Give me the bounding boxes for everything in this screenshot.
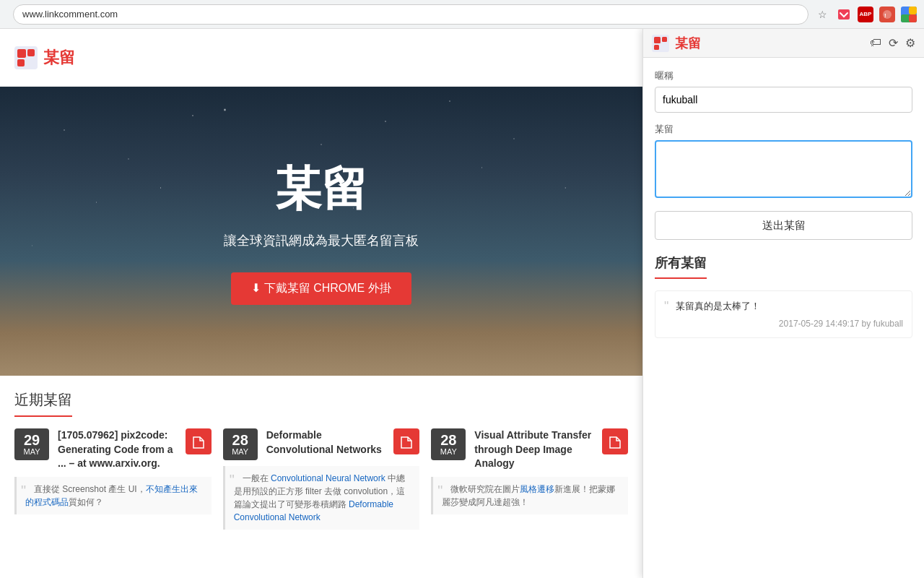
bookmark-star-icon[interactable]: ☆ xyxy=(814,7,830,22)
svg-rect-14 xyxy=(662,37,667,42)
svg-text:!: ! xyxy=(884,12,886,19)
maps-icon[interactable] xyxy=(901,7,917,22)
address-bar[interactable]: www.linkcomment.com xyxy=(13,4,808,25)
logo-icon xyxy=(14,46,38,69)
refresh-icon[interactable]: ⟳ xyxy=(889,36,898,50)
pdf-icon-3[interactable] xyxy=(602,428,628,454)
article-card-1: 29 MAY [1705.07962] pix2code: Generating… xyxy=(14,428,212,530)
nickname-label: 暱稱 xyxy=(655,69,912,82)
pdf-icon-1[interactable] xyxy=(186,428,212,454)
tag-icon[interactable]: 🏷 xyxy=(870,36,881,50)
svg-rect-9 xyxy=(27,49,35,56)
date-day-3: 28 xyxy=(437,433,460,447)
svg-rect-15 xyxy=(654,45,659,50)
article-card-2: 28 MAY Deformable Convolutional Networks xyxy=(223,428,420,530)
date-day-2: 28 xyxy=(229,433,252,447)
date-day-1: 29 xyxy=(20,433,43,447)
excerpt-link-1[interactable]: 不知產生出來的程式碼品 xyxy=(25,484,198,507)
nickname-input[interactable] xyxy=(655,87,912,113)
hero-title: 某留 xyxy=(275,158,367,220)
excerpt-link-3[interactable]: 風格遷移 xyxy=(520,484,554,494)
article-excerpt-1: 直接從 Screenshot 產生 UI，不知產生出來的程式碼品質如何？ xyxy=(14,477,212,514)
popup-logo-icon xyxy=(652,35,669,52)
excerpt-text-2: 一般在 Convolutional Neural Network 中總是用預設的… xyxy=(234,473,405,522)
adblock-icon[interactable]: ABP xyxy=(858,7,873,22)
articles-grid: 29 MAY [1705.07962] pix2code: Generating… xyxy=(14,428,628,530)
comment-card-1: 某留真的是太棒了！ 2017-05-29 14:49:17 by fukubal… xyxy=(655,290,912,338)
popup-body: 暱稱 某留 送出某留 所有某留 某留真的是太棒了！ 2017-05-29 14:… xyxy=(643,58,924,578)
browser-chrome: www.linkcomment.com ☆ ABP ! xyxy=(0,0,924,29)
svg-rect-10 xyxy=(17,59,25,66)
comment-meta-1: 2017-05-29 14:49:17 by fukuball xyxy=(664,319,903,329)
svg-rect-6 xyxy=(909,14,917,22)
date-month-2: MAY xyxy=(229,447,252,456)
date-badge-3: 28 MAY xyxy=(431,428,466,460)
svg-rect-8 xyxy=(17,49,26,58)
pdf-icon-2[interactable] xyxy=(393,428,419,454)
date-month-1: MAY xyxy=(20,447,43,456)
popup-title: 某留 xyxy=(675,35,864,52)
recent-section-title: 近期某留 xyxy=(14,390,72,417)
date-month-3: MAY xyxy=(437,447,460,456)
comment-text-1: 某留真的是太棒了！ xyxy=(664,300,903,313)
settings-icon[interactable]: ⚙ xyxy=(905,36,915,50)
page-content: 某留 某留 讓全球資訊網成為最大匿名留言板 ⬇ 下戴某留 CHROME 外掛 近… xyxy=(0,29,642,578)
article-title-1[interactable]: [1705.07962] pix2code: Generating Code f… xyxy=(58,428,177,471)
site-logo: 某留 xyxy=(14,46,75,69)
comment-textarea[interactable] xyxy=(655,140,912,198)
all-comments-title: 所有某留 xyxy=(655,254,707,279)
hero-section: 某留 讓全球資訊網成為最大匿名留言板 ⬇ 下戴某留 CHROME 外掛 xyxy=(0,87,642,376)
popup-panel: 某留 🏷 ⟳ ⚙ 暱稱 某留 送出某留 所有某留 某留真的是太棒了！ 2017-… xyxy=(642,29,924,578)
hero-subtitle: 讓全球資訊網成為最大匿名留言板 xyxy=(224,232,419,249)
url-text: www.linkcomment.com xyxy=(22,9,118,20)
popup-header: 某留 🏷 ⟳ ⚙ xyxy=(643,29,924,58)
site-logo-text: 某留 xyxy=(43,47,75,69)
article-excerpt-2: 一般在 Convolutional Neural Network 中總是用預設的… xyxy=(223,466,420,530)
article-title-2[interactable]: Deformable Convolutional Networks xyxy=(266,428,385,457)
article-title-3[interactable]: Visual Attribute Transfer through Deep I… xyxy=(474,428,593,471)
hero-stars-bg xyxy=(0,87,642,376)
popup-header-icons: 🏷 ⟳ ⚙ xyxy=(870,36,915,50)
pocket-icon[interactable] xyxy=(836,7,852,22)
excerpt-text-1: 直接從 Screenshot 產生 UI，不知產生出來的程式碼品質如何？ xyxy=(25,484,198,507)
article-header-1: 29 MAY [1705.07962] pix2code: Generating… xyxy=(14,428,212,471)
browser-icons: ☆ ABP ! xyxy=(814,7,917,22)
download-btn[interactable]: ⬇ 下戴某留 CHROME 外掛 xyxy=(231,272,411,305)
article-excerpt-3: 微軟研究院在圖片風格遷移新進展！把蒙娜麗莎變成阿凡達超強！ xyxy=(431,477,628,514)
excerpt-link-2b[interactable]: Deformable Convolutional Network xyxy=(234,499,393,522)
excerpt-link-2a[interactable]: Convolutional Neural Network xyxy=(271,473,385,483)
submit-button[interactable]: 送出某留 xyxy=(655,211,912,240)
page-container: 某留 某留 讓全球資訊網成為最大匿名留言板 ⬇ 下戴某留 CHROME 外掛 近… xyxy=(0,29,924,578)
article-header-2: 28 MAY Deformable Convolutional Networks xyxy=(223,428,420,460)
site-header: 某留 xyxy=(0,29,642,87)
date-badge-1: 29 MAY xyxy=(14,428,49,460)
extension-icon[interactable]: ! xyxy=(879,7,895,22)
recent-section: 近期某留 29 MAY [1705.07962] pix2code: Gener… xyxy=(0,376,642,544)
svg-rect-5 xyxy=(909,7,917,14)
svg-rect-13 xyxy=(654,37,661,43)
date-badge-2: 28 MAY xyxy=(223,428,258,460)
svg-rect-0 xyxy=(838,9,850,20)
article-card-3: 28 MAY Visual Attribute Transfer through… xyxy=(431,428,628,530)
comment-label: 某留 xyxy=(655,123,912,136)
excerpt-text-3: 微軟研究院在圖片風格遷移新進展！把蒙娜麗莎變成阿凡達超強！ xyxy=(442,484,615,507)
article-header-3: 28 MAY Visual Attribute Transfer through… xyxy=(431,428,628,471)
